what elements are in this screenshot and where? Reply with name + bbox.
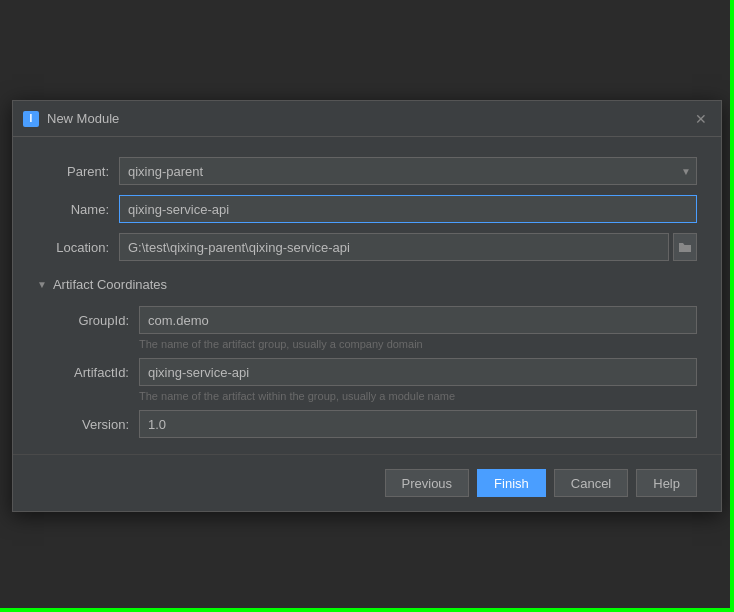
name-label: Name:: [37, 202, 109, 217]
artifactid-row: ArtifactId:: [57, 358, 697, 386]
groupid-label: GroupId:: [57, 313, 129, 328]
parent-dropdown[interactable]: qixing-parent: [119, 157, 697, 185]
parent-label: Parent:: [37, 164, 109, 179]
dialog-title: New Module: [47, 111, 119, 126]
dialog-content: Parent: qixing-parent ▼ Name: Location:: [13, 137, 721, 454]
help-button[interactable]: Help: [636, 469, 697, 497]
new-module-dialog: I New Module ✕ Parent: qixing-parent ▼ N…: [12, 100, 722, 512]
artifactid-input[interactable]: [139, 358, 697, 386]
artifact-section-title: Artifact Coordinates: [53, 277, 167, 292]
close-button[interactable]: ✕: [691, 109, 711, 129]
artifact-section-content: GroupId: The name of the artifact group,…: [37, 306, 697, 438]
groupid-hint: The name of the artifact group, usually …: [139, 338, 697, 350]
name-input[interactable]: [119, 195, 697, 223]
groupid-row: GroupId:: [57, 306, 697, 334]
finish-button[interactable]: Finish: [477, 469, 546, 497]
groupid-input[interactable]: [139, 306, 697, 334]
title-bar: I New Module ✕: [13, 101, 721, 137]
location-row: Location:: [37, 233, 697, 261]
location-field-wrapper: [119, 233, 697, 261]
version-row: Version:: [57, 410, 697, 438]
previous-button[interactable]: Previous: [385, 469, 470, 497]
artifact-section-header: ▼ Artifact Coordinates: [37, 277, 697, 292]
green-border-right: [730, 0, 734, 612]
name-row: Name:: [37, 195, 697, 223]
artifactid-label: ArtifactId:: [57, 365, 129, 380]
app-icon-letter: I: [30, 113, 33, 124]
location-label: Location:: [37, 240, 109, 255]
artifactid-hint: The name of the artifact within the grou…: [139, 390, 697, 402]
folder-icon: [678, 241, 692, 253]
collapse-toggle-icon[interactable]: ▼: [37, 279, 47, 290]
version-input[interactable]: [139, 410, 697, 438]
location-input[interactable]: [119, 233, 669, 261]
parent-dropdown-wrapper: qixing-parent ▼: [119, 157, 697, 185]
green-border-bottom: [0, 608, 734, 612]
app-icon: I: [23, 111, 39, 127]
cancel-button[interactable]: Cancel: [554, 469, 628, 497]
parent-row: Parent: qixing-parent ▼: [37, 157, 697, 185]
browse-button[interactable]: [673, 233, 697, 261]
title-bar-left: I New Module: [23, 111, 119, 127]
version-label: Version:: [57, 417, 129, 432]
dialog-footer: Previous Finish Cancel Help: [13, 454, 721, 511]
